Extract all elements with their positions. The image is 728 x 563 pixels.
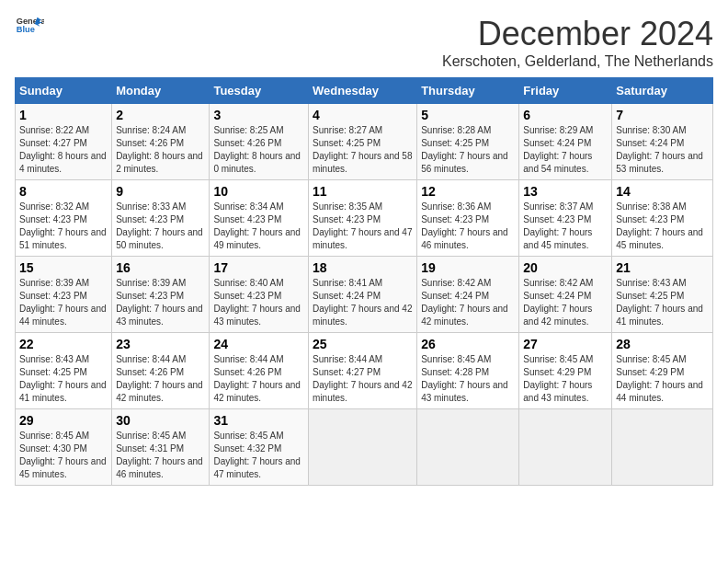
col-sunday: Sunday — [16, 78, 112, 104]
day-info: Sunrise: 8:30 AM Sunset: 4:24 PM Dayligh… — [616, 124, 709, 176]
day-number: 20 — [523, 260, 608, 275]
sunset-text: Sunset: 4:25 PM — [19, 367, 87, 377]
daylight-text: Daylight: 7 hours and 41 minutes. — [616, 304, 703, 327]
day-number: 1 — [19, 108, 108, 122]
table-row: 23 Sunrise: 8:44 AM Sunset: 4:26 PM Dayl… — [112, 333, 210, 409]
day-info: Sunrise: 8:45 AM Sunset: 4:29 PM Dayligh… — [523, 353, 608, 405]
sunrise-text: Sunrise: 8:37 AM — [523, 201, 593, 212]
table-row: 7 Sunrise: 8:30 AM Sunset: 4:24 PM Dayli… — [612, 104, 713, 180]
day-info: Sunrise: 8:43 AM Sunset: 4:25 PM Dayligh… — [19, 353, 108, 405]
day-number: 12 — [421, 184, 515, 199]
table-row — [309, 409, 417, 486]
day-info: Sunrise: 8:44 AM Sunset: 4:26 PM Dayligh… — [116, 353, 205, 405]
table-row: 11 Sunrise: 8:35 AM Sunset: 4:23 PM Dayl… — [309, 180, 417, 257]
day-info: Sunrise: 8:44 AM Sunset: 4:27 PM Dayligh… — [313, 353, 413, 405]
sunrise-text: Sunrise: 8:42 AM — [523, 278, 593, 288]
sunset-text: Sunset: 4:26 PM — [213, 138, 281, 148]
sunrise-text: Sunrise: 8:44 AM — [313, 354, 382, 364]
day-info: Sunrise: 8:45 AM Sunset: 4:30 PM Dayligh… — [19, 430, 108, 481]
table-row: 18 Sunrise: 8:41 AM Sunset: 4:24 PM Dayl… — [309, 257, 417, 333]
title-area: December 2024 Kerschoten, Gelderland, Th… — [442, 15, 713, 70]
day-info: Sunrise: 8:22 AM Sunset: 4:27 PM Dayligh… — [19, 124, 108, 176]
day-info: Sunrise: 8:33 AM Sunset: 4:23 PM Dayligh… — [116, 201, 205, 252]
calendar-table: Sunday Monday Tuesday Wednesday Thursday… — [15, 77, 713, 486]
day-number: 17 — [213, 260, 304, 275]
day-info: Sunrise: 8:32 AM Sunset: 4:23 PM Dayligh… — [19, 201, 108, 252]
sunset-text: Sunset: 4:24 PM — [523, 138, 591, 148]
sunrise-text: Sunrise: 8:45 AM — [19, 431, 89, 441]
sunrise-text: Sunrise: 8:42 AM — [421, 278, 491, 288]
sunrise-text: Sunrise: 8:43 AM — [19, 354, 89, 364]
table-row — [612, 409, 713, 486]
sunrise-text: Sunrise: 8:34 AM — [213, 201, 283, 212]
col-saturday: Saturday — [612, 78, 713, 104]
sunset-text: Sunset: 4:29 PM — [616, 367, 684, 377]
day-info: Sunrise: 8:42 AM Sunset: 4:24 PM Dayligh… — [523, 277, 608, 328]
header: General Blue December 2024 Kerschoten, G… — [15, 15, 713, 70]
day-info: Sunrise: 8:45 AM Sunset: 4:28 PM Dayligh… — [421, 353, 515, 405]
sunrise-text: Sunrise: 8:44 AM — [116, 354, 186, 364]
day-info: Sunrise: 8:37 AM Sunset: 4:23 PM Dayligh… — [523, 201, 608, 252]
day-number: 15 — [19, 260, 108, 275]
day-number: 8 — [19, 184, 108, 199]
daylight-text: Daylight: 7 hours and 53 minutes. — [616, 151, 703, 174]
header-row: Sunday Monday Tuesday Wednesday Thursday… — [16, 78, 713, 104]
day-number: 11 — [313, 184, 413, 199]
daylight-text: Daylight: 7 hours and 42 minutes. — [421, 304, 508, 327]
day-number: 22 — [19, 337, 108, 351]
table-row — [417, 409, 519, 486]
table-row: 24 Sunrise: 8:44 AM Sunset: 4:26 PM Dayl… — [210, 333, 309, 409]
table-row: 31 Sunrise: 8:45 AM Sunset: 4:32 PM Dayl… — [210, 409, 309, 486]
day-info: Sunrise: 8:39 AM Sunset: 4:23 PM Dayligh… — [19, 277, 108, 328]
sunrise-text: Sunrise: 8:40 AM — [213, 278, 283, 288]
calendar-week-row: 15 Sunrise: 8:39 AM Sunset: 4:23 PM Dayl… — [16, 257, 713, 333]
daylight-text: Daylight: 7 hours and 42 minutes. — [213, 380, 301, 403]
daylight-text: Daylight: 7 hours and 51 minutes. — [19, 227, 107, 250]
sunset-text: Sunset: 4:31 PM — [116, 443, 184, 454]
day-number: 4 — [313, 108, 413, 122]
table-row: 20 Sunrise: 8:42 AM Sunset: 4:24 PM Dayl… — [519, 257, 612, 333]
table-row: 29 Sunrise: 8:45 AM Sunset: 4:30 PM Dayl… — [16, 409, 112, 486]
day-number: 23 — [116, 337, 205, 351]
table-row: 3 Sunrise: 8:25 AM Sunset: 4:26 PM Dayli… — [210, 104, 309, 180]
day-info: Sunrise: 8:42 AM Sunset: 4:24 PM Dayligh… — [421, 277, 515, 328]
sunset-text: Sunset: 4:29 PM — [523, 367, 591, 377]
day-info: Sunrise: 8:45 AM Sunset: 4:31 PM Dayligh… — [116, 430, 205, 481]
sunset-text: Sunset: 4:25 PM — [421, 138, 489, 148]
sunrise-text: Sunrise: 8:43 AM — [616, 278, 686, 288]
sunset-text: Sunset: 4:23 PM — [213, 214, 281, 224]
table-row: 2 Sunrise: 8:24 AM Sunset: 4:26 PM Dayli… — [112, 104, 210, 180]
sunrise-text: Sunrise: 8:36 AM — [421, 201, 491, 212]
sunset-text: Sunset: 4:32 PM — [213, 443, 281, 454]
day-number: 16 — [116, 260, 205, 275]
daylight-text: Daylight: 7 hours and 47 minutes. — [213, 456, 301, 479]
sunset-text: Sunset: 4:24 PM — [313, 291, 381, 301]
sunrise-text: Sunrise: 8:33 AM — [116, 201, 186, 212]
day-info: Sunrise: 8:38 AM Sunset: 4:23 PM Dayligh… — [616, 201, 709, 252]
daylight-text: Daylight: 7 hours and 46 minutes. — [116, 456, 203, 479]
page-subtitle: Kerschoten, Gelderland, The Netherlands — [442, 53, 713, 70]
daylight-text: Daylight: 7 hours and 44 minutes. — [19, 304, 107, 327]
daylight-text: Daylight: 8 hours and 4 minutes. — [19, 151, 107, 174]
table-row: 14 Sunrise: 8:38 AM Sunset: 4:23 PM Dayl… — [612, 180, 713, 257]
daylight-text: Daylight: 7 hours and 54 minutes. — [523, 151, 592, 174]
col-thursday: Thursday — [417, 78, 519, 104]
col-wednesday: Wednesday — [309, 78, 417, 104]
day-number: 10 — [213, 184, 304, 199]
page-title: December 2024 — [442, 15, 713, 53]
day-info: Sunrise: 8:34 AM Sunset: 4:23 PM Dayligh… — [213, 201, 304, 252]
svg-text:Blue: Blue — [17, 25, 35, 33]
calendar-week-row: 8 Sunrise: 8:32 AM Sunset: 4:23 PM Dayli… — [16, 180, 713, 257]
table-row: 28 Sunrise: 8:45 AM Sunset: 4:29 PM Dayl… — [612, 333, 713, 409]
day-info: Sunrise: 8:36 AM Sunset: 4:23 PM Dayligh… — [421, 201, 515, 252]
sunrise-text: Sunrise: 8:45 AM — [523, 354, 593, 364]
daylight-text: Daylight: 7 hours and 42 minutes. — [313, 304, 412, 327]
table-row: 22 Sunrise: 8:43 AM Sunset: 4:25 PM Dayl… — [16, 333, 112, 409]
sunrise-text: Sunrise: 8:39 AM — [19, 278, 89, 288]
daylight-text: Daylight: 7 hours and 45 minutes. — [19, 456, 107, 479]
day-info: Sunrise: 8:24 AM Sunset: 4:26 PM Dayligh… — [116, 124, 205, 176]
table-row: 16 Sunrise: 8:39 AM Sunset: 4:23 PM Dayl… — [112, 257, 210, 333]
daylight-text: Daylight: 7 hours and 58 minutes. — [313, 151, 412, 174]
day-number: 3 — [213, 108, 304, 122]
table-row: 8 Sunrise: 8:32 AM Sunset: 4:23 PM Dayli… — [16, 180, 112, 257]
